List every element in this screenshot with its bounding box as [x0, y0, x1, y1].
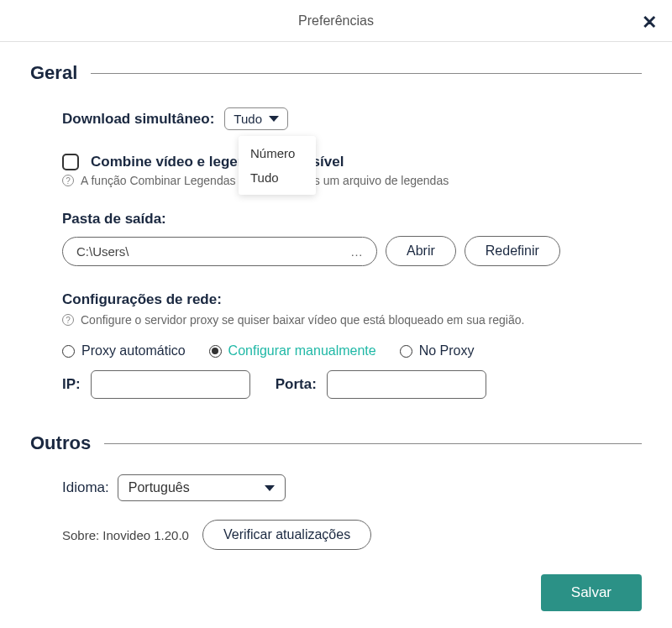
radio-icon	[62, 345, 75, 358]
chevron-down-icon	[269, 116, 279, 122]
check-updates-button[interactable]: Verificar atualizações	[202, 520, 371, 550]
about-text: Sobre: Inovideo 1.20.0	[62, 528, 189, 542]
general-body: Download simultâneo: Tudo Número Tudo Co…	[30, 107, 642, 399]
others-body: Idioma: Português Sobre: Inovideo 1.20.0…	[30, 474, 642, 550]
dropdown-item-tudo[interactable]: Tudo	[239, 165, 316, 190]
output-folder-label-row: Pasta de saída:	[62, 211, 642, 228]
simultaneous-download-row: Download simultâneo: Tudo Número Tudo	[62, 107, 642, 130]
proxy-none-label: No Proxy	[419, 343, 475, 358]
proxy-manual-label: Configurar manualmente	[228, 343, 376, 358]
network-help-text: Configure o servidor proxy se quiser bai…	[81, 313, 524, 327]
about-row: Sobre: Inovideo 1.20.0 Verificar atualiz…	[62, 520, 642, 550]
simultaneous-download-select[interactable]: Tudo	[224, 107, 288, 130]
simultaneous-download-value: Tudo	[234, 112, 262, 126]
network-help-row: ? Configure o servidor proxy se quiser b…	[62, 313, 642, 327]
proxy-radio-row: Proxy automático Configurar manualmente …	[62, 343, 642, 358]
divider	[91, 73, 642, 74]
simultaneous-download-dropdown: Número Tudo	[239, 136, 316, 195]
section-others-title: Outros	[30, 432, 91, 454]
port-input[interactable]	[327, 370, 486, 399]
proxy-auto-radio-group[interactable]: Proxy automático	[62, 343, 186, 358]
reset-button[interactable]: Redefinir	[465, 236, 560, 266]
port-label: Porta:	[276, 376, 317, 393]
section-others-header: Outros	[30, 432, 642, 454]
browse-icon[interactable]: …	[350, 244, 363, 259]
dialog-title: Preferências	[298, 13, 374, 29]
dialog-header: Preferências ✕	[0, 0, 672, 42]
chevron-down-icon	[265, 485, 275, 491]
combine-help-row: ? A função Combinar Legendas suporta ape…	[62, 174, 642, 187]
output-folder-row: C:\Users\ … Abrir Redefinir	[62, 236, 642, 266]
close-icon[interactable]: ✕	[642, 12, 657, 34]
network-label: Configurações de rede:	[62, 291, 222, 308]
dialog-content: Geral Download simultâneo: Tudo Número T…	[0, 42, 672, 550]
combine-row: Combine vídeo e legenda se possível	[62, 154, 642, 170]
radio-icon	[400, 345, 412, 358]
help-icon: ?	[62, 314, 74, 326]
language-value: Português	[129, 480, 190, 495]
language-label: Idioma:	[62, 479, 109, 496]
proxy-auto-label: Proxy automático	[81, 343, 186, 358]
output-folder-input[interactable]: C:\Users\ …	[62, 237, 377, 266]
ip-label: IP:	[62, 376, 81, 393]
language-row: Idioma: Português	[62, 474, 642, 501]
simultaneous-download-label: Download simultâneo:	[62, 111, 214, 128]
language-select[interactable]: Português	[118, 474, 286, 501]
section-general-title: Geral	[30, 62, 77, 84]
network-label-row: Configurações de rede:	[62, 291, 642, 308]
section-general-header: Geral	[30, 62, 642, 84]
ip-port-row: IP: Porta:	[62, 370, 642, 399]
help-icon: ?	[62, 175, 74, 186]
ip-input[interactable]	[91, 370, 250, 399]
proxy-none-radio-group[interactable]: No Proxy	[400, 343, 475, 358]
radio-icon	[209, 345, 222, 358]
save-button[interactable]: Salvar	[541, 574, 642, 611]
output-folder-label: Pasta de saída:	[62, 211, 166, 228]
output-folder-value: C:\Users\	[76, 244, 129, 259]
open-button[interactable]: Abrir	[386, 236, 456, 266]
combine-checkbox[interactable]	[62, 154, 79, 170]
divider	[104, 443, 642, 444]
proxy-manual-radio-group[interactable]: Configurar manualmente	[209, 343, 376, 358]
dropdown-item-numero[interactable]: Número	[239, 141, 316, 165]
